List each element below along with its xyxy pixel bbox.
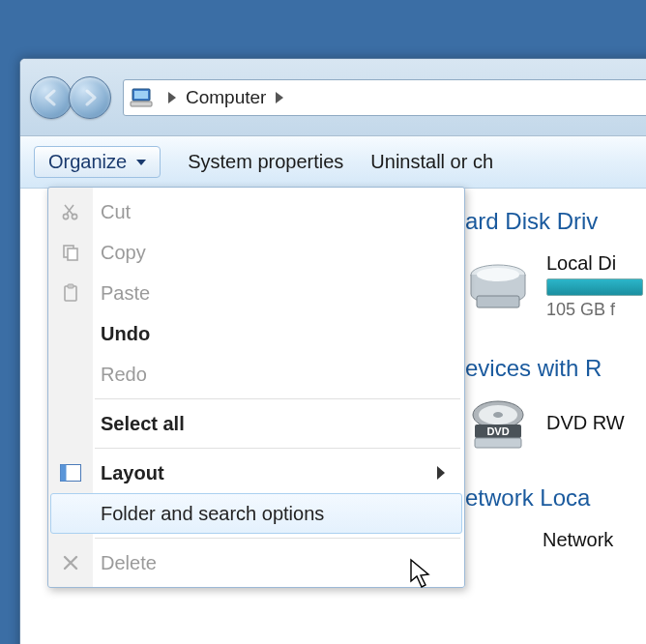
forward-button[interactable]	[69, 76, 111, 119]
menu-layout[interactable]: Layout	[50, 453, 462, 493]
system-properties-button[interactable]: System properties	[188, 151, 343, 173]
clipboard-icon	[54, 283, 87, 303]
organize-menu: Cut Copy Paste Undo Redo	[47, 187, 465, 588]
menu-delete[interactable]: Delete	[50, 542, 462, 583]
group-removable[interactable]: evices with R	[465, 355, 646, 382]
mouse-cursor-icon	[409, 558, 434, 589]
arrow-right-icon	[79, 87, 101, 108]
menu-copy[interactable]: Copy	[50, 232, 462, 273]
menu-item-label: Select all	[101, 413, 185, 435]
svg-point-8	[493, 412, 503, 418]
copy-icon	[54, 243, 87, 262]
chevron-right-icon	[437, 466, 445, 480]
chevron-down-icon	[136, 160, 146, 165]
hard-drive-icon	[465, 261, 531, 311]
scissors-icon	[54, 202, 87, 221]
drive-label: Network	[543, 529, 613, 551]
menu-item-label: Redo	[101, 364, 147, 386]
command-bar: Organize System properties Uninstall or …	[20, 136, 646, 189]
nav-frame: Computer	[20, 59, 646, 136]
drive-free-space: 105 GB f	[546, 300, 643, 320]
group-network[interactable]: etwork Loca	[465, 484, 646, 512]
drive-item[interactable]: Local Di 105 GB f	[465, 252, 646, 320]
back-button[interactable]	[30, 76, 73, 119]
menu-select-all[interactable]: Select all	[50, 403, 462, 444]
address-bar[interactable]: Computer	[123, 79, 646, 116]
drive-info: Local Di 105 GB f	[546, 252, 643, 320]
menu-paste[interactable]: Paste	[50, 273, 462, 313]
svg-rect-15	[68, 249, 77, 260]
menu-item-label: Cut	[101, 201, 131, 223]
menu-separator	[95, 538, 460, 539]
chevron-right-icon	[276, 92, 283, 103]
drive-item[interactable]: Network	[465, 529, 646, 555]
menu-item-label: Undo	[101, 323, 150, 345]
organize-label: Organize	[48, 151, 127, 173]
menu-item-label: Folder and search options	[101, 503, 324, 525]
svg-rect-1	[134, 91, 148, 99]
svg-rect-17	[68, 284, 73, 288]
explorer-window: Computer Organize System properties Unin…	[19, 58, 646, 644]
svg-point-4	[477, 268, 519, 281]
breadcrumb-root[interactable]: Computer	[186, 87, 266, 108]
menu-item-label: Copy	[101, 242, 146, 264]
capacity-bar	[546, 278, 643, 296]
uninstall-button[interactable]: Uninstall or ch	[370, 151, 493, 173]
menu-redo[interactable]: Redo	[50, 354, 462, 395]
menu-item-label: Delete	[101, 552, 157, 574]
menu-separator	[95, 398, 460, 399]
menu-separator	[95, 448, 460, 449]
svg-point-12	[63, 214, 68, 219]
organize-button[interactable]: Organize	[34, 146, 161, 178]
drive-item[interactable]: DVD DVD RW	[465, 399, 646, 450]
menu-item-label: Paste	[101, 282, 150, 305]
menu-folder-options[interactable]: Folder and search options	[50, 493, 462, 534]
svg-text:DVD: DVD	[486, 425, 509, 437]
drive-info: DVD RW	[546, 412, 625, 438]
svg-point-13	[72, 214, 76, 219]
content-area: ard Disk Driv Local Di 105 GB f evices w…	[20, 189, 646, 644]
layout-icon	[54, 464, 87, 482]
menu-undo[interactable]: Undo	[50, 313, 462, 354]
chevron-right-icon	[168, 92, 176, 103]
menu-item-label: Layout	[101, 462, 164, 484]
svg-rect-11	[475, 438, 521, 448]
drive-label: DVD RW	[546, 412, 625, 434]
arrow-left-icon	[41, 87, 62, 108]
drive-label: Local Di	[546, 252, 643, 275]
svg-rect-2	[131, 102, 152, 106]
dvd-drive-icon: DVD	[465, 399, 531, 450]
computer-icon	[130, 88, 153, 107]
drive-info: Network	[543, 529, 613, 555]
nav-buttons	[30, 76, 111, 119]
menu-cut[interactable]: Cut	[50, 191, 462, 232]
svg-rect-19	[61, 465, 67, 482]
group-hard-disk[interactable]: ard Disk Driv	[465, 208, 646, 235]
svg-rect-5	[477, 296, 519, 307]
delete-icon	[54, 553, 87, 572]
